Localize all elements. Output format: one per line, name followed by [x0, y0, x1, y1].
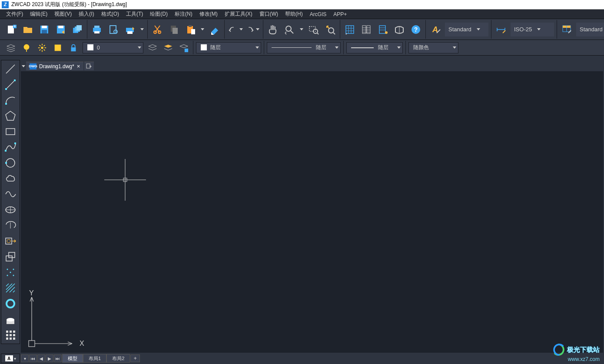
document-tab-close-button[interactable]: × [77, 63, 80, 69]
paste-button[interactable] [183, 23, 197, 36]
line-button[interactable] [2, 61, 19, 77]
layout-tab-add-button[interactable]: + [130, 354, 140, 362]
menu-window[interactable]: 窗口(W) [256, 9, 282, 19]
layer-walk-button[interactable] [162, 42, 175, 54]
command-indicator[interactable]: A ▾ [1, 354, 20, 363]
layout-tab-model[interactable]: 模型 [62, 354, 83, 363]
layout-tab-first[interactable]: ⏮ [29, 354, 37, 362]
block-make-button[interactable] [2, 249, 19, 265]
svg-rect-26 [191, 29, 195, 34]
grid-button[interactable] [343, 23, 357, 36]
pub-button[interactable] [123, 23, 137, 36]
layer-state-button[interactable] [177, 42, 190, 54]
arc-button[interactable] [2, 93, 19, 108]
zoom-fit-button[interactable] [282, 23, 296, 36]
print-button[interactable] [90, 23, 104, 36]
menu-help[interactable]: 帮助(H) [282, 9, 306, 19]
layout-tab-last[interactable]: ⏭ [54, 354, 62, 362]
menu-modify[interactable]: 修改(M) [196, 9, 221, 19]
ucs-x-label: X [80, 340, 84, 347]
donut-button[interactable] [2, 296, 19, 311]
menu-draw[interactable]: 绘图(D) [146, 9, 171, 19]
saveas-button[interactable] [54, 23, 68, 36]
block-insert-button[interactable] [2, 233, 19, 249]
layout-tab-2[interactable]: 布局2 [106, 354, 130, 363]
redo-dropdown[interactable] [255, 23, 260, 36]
table-style-button[interactable] [560, 23, 574, 36]
batch-button[interactable] [70, 23, 84, 36]
properties-button[interactable] [359, 23, 373, 36]
save-button[interactable] [37, 23, 51, 36]
open-file-button[interactable] [21, 23, 35, 36]
menu-file[interactable]: 文件(F) [3, 9, 27, 19]
svg-rect-82 [14, 142, 16, 144]
layer-prev-button[interactable] [146, 42, 159, 54]
copy-button[interactable] [167, 23, 181, 36]
menu-view[interactable]: 视图(V) [51, 9, 75, 19]
revcloud-button[interactable] [2, 171, 19, 186]
layout-tab-1[interactable]: 布局1 [83, 354, 106, 363]
color-combo[interactable]: 随层 [196, 42, 261, 53]
layer-combo[interactable]: 0 [83, 42, 143, 53]
redo-button[interactable] [244, 23, 255, 36]
pub-dropdown[interactable] [139, 23, 145, 36]
cmd-indicator-label: A [5, 355, 13, 361]
ray-button[interactable] [2, 77, 19, 93]
menu-ext[interactable]: 扩展工具(X) [221, 9, 256, 19]
document-tab-add-button[interactable] [84, 62, 94, 70]
help-button[interactable]: ? [409, 23, 423, 36]
layout-tab-next[interactable]: ▶ [46, 354, 53, 362]
layer-lock-button[interactable] [67, 42, 80, 54]
undo-dropdown[interactable] [239, 23, 244, 36]
svg-point-60 [41, 46, 43, 49]
ellipse-button[interactable] [2, 202, 19, 218]
undo-button[interactable] [227, 23, 239, 36]
text-style-combo[interactable]: Standard [445, 23, 488, 36]
menu-edit[interactable]: 编辑(E) [27, 9, 51, 19]
svg-rect-13 [94, 31, 100, 33]
menu-format[interactable]: 格式(O) [98, 9, 123, 19]
circle-button[interactable] [2, 155, 19, 171]
design-center-button[interactable] [392, 23, 406, 36]
layer-isolate-button[interactable] [51, 42, 64, 54]
ellipse-arc-button[interactable] [2, 218, 19, 233]
grid-dots-button[interactable] [2, 327, 19, 343]
zoom-prev-button[interactable] [323, 23, 337, 36]
cut-button[interactable] [150, 23, 164, 36]
menu-insert[interactable]: 插入(I) [75, 9, 97, 19]
paste-dropdown[interactable] [200, 23, 205, 36]
zoom-fit-dropdown[interactable] [299, 23, 304, 36]
polygon-button[interactable] [2, 108, 19, 124]
menu-arcgis[interactable]: ArcGIS [306, 10, 330, 19]
print-preview-button[interactable] [106, 23, 120, 36]
lineweight-combo[interactable]: 随层 [346, 42, 403, 53]
plot-style-combo[interactable]: 随颜色 [408, 42, 458, 53]
point-button[interactable] [2, 265, 19, 280]
dim-style-combo[interactable]: ISO-25 [511, 23, 554, 36]
dim-style-button[interactable] [494, 23, 508, 36]
pan-button[interactable] [266, 23, 280, 36]
region-button[interactable] [2, 311, 19, 327]
linetype-combo[interactable]: 随层 [267, 42, 341, 53]
menu-dim[interactable]: 标注(N) [171, 9, 196, 19]
hatch-button[interactable] [2, 280, 19, 296]
table-style-combo[interactable]: Standard [576, 23, 604, 36]
tabs-collapse-button[interactable] [21, 62, 26, 70]
erase-button[interactable] [208, 23, 222, 36]
spline-fit-button[interactable] [2, 186, 19, 202]
layer-on-button[interactable] [20, 42, 33, 54]
spline-button[interactable] [2, 139, 19, 155]
document-tab-drawing1[interactable]: DWG Drawing1.dwg* × [26, 62, 83, 70]
layout-tab-prev[interactable]: ◀ [37, 354, 45, 362]
rectangle-button[interactable] [2, 124, 19, 139]
layer-freeze-button[interactable] [36, 42, 49, 54]
menu-tools[interactable]: 工具(T) [123, 9, 146, 19]
text-style-button[interactable]: A [428, 23, 442, 36]
layout-tab-collapse[interactable]: ▾ [21, 354, 29, 362]
layer-manager-button[interactable] [4, 42, 17, 54]
tool-palette-button[interactable] [376, 23, 390, 36]
menu-appplus[interactable]: APP+ [330, 10, 350, 19]
zoom-window-button[interactable] [307, 23, 321, 36]
drawing-canvas[interactable]: Y X [21, 71, 603, 353]
new-file-button[interactable]: + [4, 23, 18, 36]
